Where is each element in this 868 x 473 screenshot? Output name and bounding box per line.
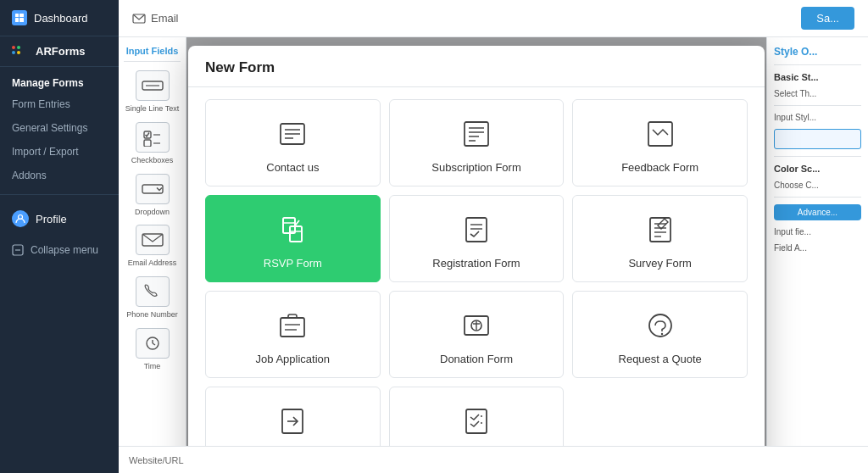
svg-rect-23: [465, 122, 488, 146]
field-phone[interactable]: Phone Number: [124, 276, 181, 320]
form-card-rsvp[interactable]: RSVP Form: [205, 195, 381, 282]
svg-rect-11: [144, 140, 151, 147]
time-icon: [136, 328, 170, 359]
job-icon: [274, 307, 311, 344]
survey-label: Survey Form: [628, 257, 691, 270]
main-area: Email Sa... Input Fields Single Line Tex…: [119, 0, 868, 473]
form-card-quote[interactable]: Request a Quote: [572, 291, 748, 378]
form-card-survey[interactable]: Survey Form: [572, 195, 748, 282]
modal-body: Contact us Subscription Form: [188, 87, 765, 446]
website-url-label: Website/URL: [129, 455, 184, 465]
form-card-feedback[interactable]: Feedback Form: [572, 99, 748, 186]
form-card-order[interactable]: Order Form: [389, 387, 565, 446]
email-label: Email: [151, 12, 179, 25]
svg-rect-33: [466, 218, 487, 242]
email-label-input: Email Address: [128, 259, 177, 268]
input-fields-panel: Input Fields Single Line Text Checkboxes: [119, 37, 186, 446]
svg-rect-2: [15, 18, 19, 22]
brand-icon: [12, 46, 29, 58]
form-card-donation[interactable]: Donation Form: [389, 291, 565, 378]
dropdown-label: Dropdown: [135, 208, 170, 217]
donation-icon: [458, 307, 495, 344]
field-email[interactable]: Email Address: [124, 225, 181, 268]
sidebar-item-general-settings[interactable]: General Settings: [0, 116, 119, 140]
single-line-label: Single Line Text: [125, 104, 179, 114]
svg-rect-52: [466, 409, 487, 433]
new-form-modal: New Form Contact us: [188, 46, 765, 446]
manage-forms-label[interactable]: Manage Forms: [0, 67, 119, 92]
checkboxes-label: Checkboxes: [131, 156, 174, 165]
collapse-label: Collapse menu: [31, 244, 98, 256]
select-theme-label: Select Th...: [774, 89, 861, 98]
survey-icon: [642, 211, 679, 248]
time-label: Time: [144, 362, 161, 371]
sidebar-collapse[interactable]: Collapse menu: [0, 236, 119, 264]
rsvp-icon: [274, 211, 311, 248]
center-area: New Form Contact us: [186, 37, 766, 446]
sidebar-item-import-export[interactable]: Import / Export: [0, 140, 119, 164]
subscription-label: Subscription Form: [431, 161, 520, 174]
input-style-selector[interactable]: [774, 129, 861, 149]
registration-label: Registration Form: [432, 257, 520, 270]
svg-point-48: [649, 314, 671, 337]
basic-style-title: Basic St...: [774, 72, 861, 82]
quote-icon: [642, 307, 679, 344]
form-card-job[interactable]: Job Application: [205, 291, 381, 378]
field-a-label: Field A...: [774, 243, 861, 253]
modal-title: New Form: [205, 59, 275, 75]
field-time[interactable]: Time: [124, 328, 181, 371]
form-card-subscription[interactable]: Subscription Form: [389, 99, 565, 186]
dashboard-label: Dashboard: [34, 12, 88, 25]
sidebar-dashboard[interactable]: Dashboard: [0, 0, 119, 36]
order-icon: [458, 403, 495, 440]
sidebar-brand[interactable]: ARForms: [0, 36, 119, 67]
profile-icon: [12, 210, 29, 227]
contact-us-icon: [274, 115, 311, 153]
color-scheme-title: Color Sc...: [774, 164, 861, 174]
advanced-button[interactable]: Advance...: [774, 204, 861, 220]
svg-rect-41: [281, 318, 304, 337]
login-icon: [274, 403, 311, 440]
right-panel: Style O... Basic St... Select Th... Inpu…: [766, 37, 868, 446]
sidebar-item-form-entries[interactable]: Form Entries: [0, 92, 119, 116]
style-options-title: Style O...: [774, 46, 861, 58]
phone-icon: [136, 276, 170, 307]
panel-divider-2: [774, 105, 861, 106]
input-field-label: Input fie...: [774, 227, 861, 236]
svg-line-18: [153, 343, 155, 345]
choose-color-label: Choose C...: [774, 181, 861, 190]
rsvp-label: RSVP Form: [264, 257, 322, 270]
modal-overlay: New Form Contact us: [186, 37, 766, 446]
feedback-icon: [642, 115, 679, 153]
job-label: Job Application: [256, 353, 330, 365]
phone-label: Phone Number: [126, 310, 178, 320]
quote-label: Request a Quote: [619, 353, 702, 365]
topbar-email: Email: [132, 12, 179, 25]
form-card-contact-us[interactable]: Contact us: [205, 99, 381, 186]
brand-label: ARForms: [36, 45, 86, 58]
profile-label: Profile: [36, 213, 67, 225]
single-line-icon: [136, 70, 170, 101]
panel-divider-4: [774, 197, 861, 198]
dropdown-icon: [136, 174, 170, 204]
form-card-registration[interactable]: Registration Form: [389, 195, 565, 282]
sidebar-item-addons[interactable]: Addons: [0, 164, 119, 187]
topbar: Email Sa...: [119, 0, 868, 37]
sidebar-divider: [0, 194, 119, 195]
svg-rect-3: [19, 18, 24, 22]
field-dropdown[interactable]: Dropdown: [124, 174, 181, 217]
panel-divider-3: [774, 156, 861, 157]
registration-icon: [458, 211, 495, 248]
email-address-icon: [136, 225, 170, 255]
field-single-line[interactable]: Single Line Text: [124, 70, 181, 114]
checkbox-icon: [136, 122, 170, 153]
donation-label: Donation Form: [440, 353, 513, 365]
svg-rect-28: [648, 122, 672, 146]
website-url-bar: Website/URL: [119, 446, 868, 473]
save-button[interactable]: Sa...: [801, 7, 854, 30]
sidebar-profile[interactable]: Profile: [0, 202, 119, 236]
field-checkboxes[interactable]: Checkboxes: [124, 122, 181, 165]
form-card-login[interactable]: Member Login: [205, 387, 381, 446]
dashboard-icon: [12, 10, 27, 25]
svg-rect-14: [142, 185, 163, 193]
